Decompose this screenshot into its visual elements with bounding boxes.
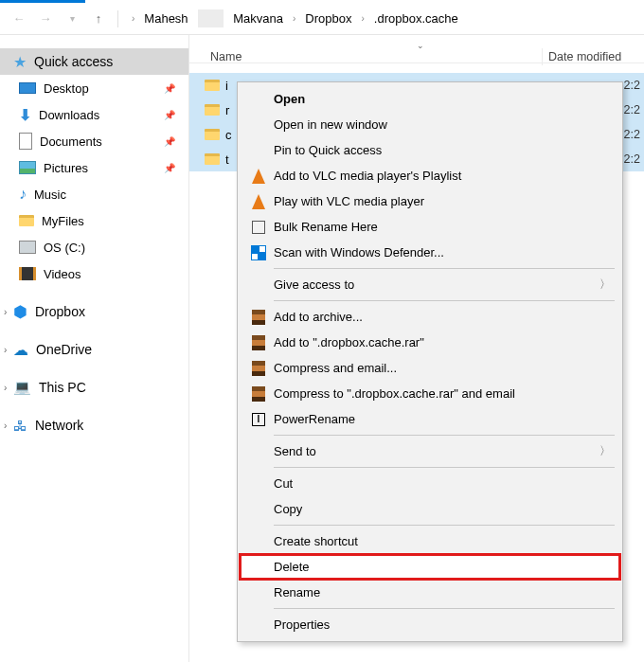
archive-icon [252, 335, 265, 350]
forward-button[interactable]: → [34, 8, 57, 30]
sidebar-myfiles[interactable]: MyFiles [0, 207, 188, 234]
breadcrumb-seg[interactable]: Dropbox [301, 9, 355, 27]
vlc-icon [252, 169, 265, 184]
ctx-label: Send to [272, 444, 599, 458]
ctx-compress-rar-email[interactable]: Compress to ".dropbox.cache.rar" and ema… [240, 381, 620, 406]
sidebar: ★ Quick access Desktop📌 ⬇Downloads📌 Docu… [0, 35, 189, 662]
sidebar-downloads[interactable]: ⬇Downloads📌 [0, 101, 188, 128]
col-date[interactable]: Date modified [542, 48, 644, 65]
ctx-label: Add to archive... [272, 310, 611, 324]
ctx-open-new[interactable]: Open in new window [240, 112, 620, 137]
video-icon [19, 267, 36, 280]
shield-icon [251, 245, 266, 260]
ctx-label: Add to VLC media player's Playlist [272, 169, 611, 183]
ctx-properties[interactable]: Properties [240, 612, 620, 637]
ctx-give-access[interactable]: Give access to〉 [240, 272, 620, 297]
ctx-label: Open in new window [272, 117, 611, 132]
pin-icon: 📌 [164, 110, 181, 120]
archive-icon [252, 310, 265, 325]
ctx-label: Compress to ".dropbox.cache.rar" and ema… [272, 386, 611, 401]
breadcrumb-seg[interactable]: .dropbox.cache [370, 9, 462, 27]
expand-icon[interactable]: ⌄ [417, 41, 424, 50]
ctx-powerrename[interactable]: IPowerRename [240, 406, 620, 432]
ctx-vlc-playlist[interactable]: Add to VLC media player's Playlist [240, 163, 620, 188]
folder-icon [205, 153, 220, 165]
sidebar-desktop[interactable]: Desktop📌 [0, 75, 188, 101]
chevron-right-icon: › [132, 13, 134, 24]
music-icon: ♪ [19, 186, 27, 203]
ctx-label: Add to ".dropbox.cache.rar" [272, 335, 611, 349]
ctx-scan-defender[interactable]: Scan with Windows Defender... [240, 240, 620, 265]
sidebar-videos[interactable]: Videos [0, 260, 188, 287]
ctx-pin[interactable]: Pin to Quick access [240, 137, 620, 163]
archive-icon [252, 361, 265, 376]
sidebar-label: OS (C:) [44, 241, 181, 255]
col-name[interactable]: Name [189, 50, 542, 63]
separator [274, 467, 615, 468]
ctx-compress-email[interactable]: Compress and email... [240, 355, 620, 381]
sidebar-thispc[interactable]: ›💻This PC [0, 374, 188, 401]
sidebar-osc[interactable]: OS (C:) [0, 234, 188, 260]
context-menu: Open Open in new window Pin to Quick acc… [237, 81, 623, 642]
sidebar-quick-access[interactable]: ★ Quick access [0, 48, 188, 75]
sidebar-label: Dropbox [35, 304, 181, 319]
chevron-right-icon[interactable]: › [4, 345, 7, 355]
sidebar-label: OneDrive [36, 342, 181, 357]
separator [274, 268, 615, 269]
ctx-label: Cut [272, 476, 611, 491]
breadcrumb-seg[interactable]: Makvana [229, 9, 287, 27]
breadcrumb[interactable]: › Mahesh Makvana › Dropbox › .dropbox.ca… [126, 9, 462, 27]
ctx-create-shortcut[interactable]: Create shortcut [240, 528, 620, 554]
sidebar-music[interactable]: ♪Music [0, 181, 188, 207]
back-button[interactable]: ← [8, 8, 30, 30]
chevron-right-icon[interactable]: › [4, 307, 7, 317]
ctx-cut[interactable]: Cut [240, 471, 620, 496]
pin-icon: 📌 [164, 83, 181, 94]
ctx-open[interactable]: Open [240, 86, 620, 112]
archive-icon [252, 386, 265, 402]
ctx-copy[interactable]: Copy [240, 496, 620, 522]
folder-icon [205, 104, 220, 116]
sidebar-onedrive[interactable]: ›☁OneDrive [0, 336, 188, 363]
ctx-delete[interactable]: Delete [240, 554, 620, 580]
sidebar-network[interactable]: ›🖧Network [0, 412, 188, 438]
sidebar-label: Network [35, 418, 181, 433]
pin-icon: 📌 [164, 136, 181, 147]
ctx-label: Compress and email... [272, 361, 611, 375]
folder-icon [19, 215, 34, 226]
ctx-add-rar[interactable]: Add to ".dropbox.cache.rar" [240, 330, 620, 355]
ctx-vlc-play[interactable]: Play with VLC media player [240, 188, 620, 214]
folder-icon [205, 129, 220, 140]
sidebar-label: This PC [39, 380, 181, 395]
chevron-right-icon: › [361, 13, 364, 24]
disk-icon [19, 241, 36, 254]
star-icon: ★ [13, 53, 27, 71]
up-button[interactable]: ↑ [87, 8, 110, 30]
sidebar-label: Pictures [44, 161, 156, 175]
ctx-bulk-rename[interactable]: Bulk Rename Here [240, 214, 620, 240]
chevron-right-icon[interactable]: › [4, 383, 7, 393]
document-icon [19, 133, 32, 150]
chevron-right-icon[interactable]: › [4, 420, 7, 431]
network-icon: 🖧 [13, 418, 27, 434]
separator [274, 435, 615, 436]
ctx-label: Pin to Quick access [272, 143, 611, 157]
ctx-send-to[interactable]: Send to〉 [240, 438, 620, 464]
ctx-label: Properties [272, 617, 611, 632]
breadcrumb-seg[interactable]: Mahesh [140, 9, 191, 27]
submenu-icon: 〉 [599, 443, 611, 459]
pictures-icon [19, 161, 36, 174]
ctx-rename[interactable]: Rename [240, 580, 620, 605]
sidebar-dropbox[interactable]: ›⬢Dropbox [0, 298, 188, 325]
sidebar-pictures[interactable]: Pictures📌 [0, 154, 188, 181]
sidebar-label: Documents [40, 134, 156, 149]
nav-bar: ← → ▾ ↑ › Mahesh Makvana › Dropbox › .dr… [0, 3, 644, 35]
recent-chevron[interactable]: ▾ [61, 8, 83, 30]
sidebar-documents[interactable]: Documents📌 [0, 128, 188, 154]
sidebar-label: Videos [44, 267, 181, 281]
separator [274, 608, 615, 609]
breadcrumb-obscured [198, 9, 224, 27]
sidebar-label: Desktop [44, 81, 156, 96]
ctx-add-archive[interactable]: Add to archive... [240, 304, 620, 330]
separator [274, 300, 615, 301]
